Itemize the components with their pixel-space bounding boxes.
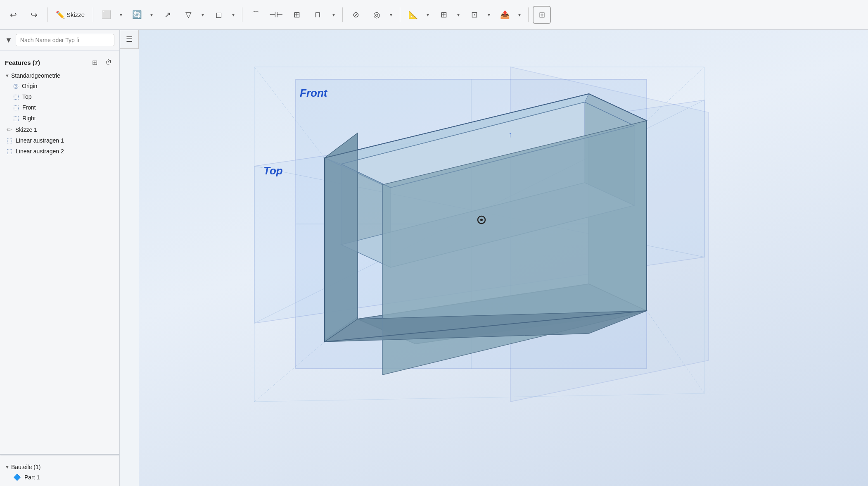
- svg-line-24: [391, 126, 634, 188]
- origin-dot-center: [480, 219, 483, 221]
- tree-item-sketch1[interactable]: ✏ Skizze 1: [0, 124, 119, 135]
- tree-item-linear1[interactable]: ⬚ Linear austragen 1: [0, 135, 119, 146]
- extrude-button[interactable]: ⬜: [97, 6, 116, 24]
- tree-item-right[interactable]: ⬚ Right: [0, 113, 119, 124]
- loft-button[interactable]: ▽: [179, 6, 197, 24]
- tree-item-top[interactable]: ⬚ Top: [0, 91, 119, 102]
- search-input[interactable]: [16, 34, 114, 46]
- linear2-label: Linear austragen 2: [16, 148, 64, 155]
- parts-expand-icon: ▼: [5, 465, 9, 469]
- standard-geometry-header[interactable]: ▼ Standardgeometrie: [0, 71, 119, 81]
- svg-marker-1: [254, 100, 704, 323]
- top-label: Top: [22, 93, 32, 100]
- model-bottom-face: [358, 284, 647, 344]
- viewport-3d[interactable]: ↑ Front Top: [139, 30, 868, 486]
- top-axis-label: Top: [263, 164, 283, 177]
- history-button[interactable]: ⏱: [103, 57, 114, 68]
- front-label: Front: [22, 104, 36, 111]
- sketch-label: Skizze: [66, 11, 85, 18]
- svg-marker-0: [296, 79, 647, 369]
- svg-line-35: [254, 393, 704, 402]
- features-section: Features (7) ⊞ ⏱ ▼ Standardgeometrie ◎ O…: [0, 51, 119, 450]
- extrude-dropdown[interactable]: ▾: [116, 6, 126, 24]
- features-actions: ⊞ ⏱: [89, 57, 114, 68]
- svg-text:↑: ↑: [508, 131, 512, 139]
- filter-icon[interactable]: ▼: [5, 36, 12, 45]
- svg-line-18: [589, 94, 647, 121]
- svg-line-25: [325, 158, 382, 185]
- shell-group: ◻ ▾: [210, 6, 238, 24]
- toolbar: ↩ ↪ ✏️ Skizze ⬜ ▾ 🔄 ▾ ↗ ▽ ▾ ◻ ▾ ⌒ ⊣⊢ ⊞ ⊓…: [0, 0, 868, 30]
- boolean-button[interactable]: ⊓: [308, 6, 327, 24]
- part1-label: Part 1: [24, 474, 40, 481]
- svg-marker-9: [585, 94, 647, 126]
- tree-item-linear2[interactable]: ⬚ Linear austragen 2: [0, 146, 119, 157]
- revolve-group: 🔄 ▾: [128, 6, 156, 24]
- origin-icon: ◎: [13, 82, 19, 90]
- measure-group: 📐 ▾: [404, 6, 432, 24]
- section-button[interactable]: ⊘: [347, 6, 365, 24]
- sweep-button[interactable]: ↗: [159, 6, 177, 24]
- export-dropdown[interactable]: ▾: [515, 6, 524, 24]
- add-feature-button[interactable]: ⊞: [89, 57, 100, 68]
- assembly-button[interactable]: ⊡: [465, 6, 484, 24]
- assembly-dropdown[interactable]: ▾: [484, 6, 493, 24]
- model-scene: ↑ Front Top: [139, 30, 868, 486]
- svg-line-6: [254, 100, 704, 323]
- plane-right-icon: ⬚: [13, 114, 19, 122]
- sketch-icon: ✏: [7, 126, 12, 133]
- loft-group: ▽ ▾: [179, 6, 207, 24]
- svg-marker-13: [325, 133, 358, 342]
- export-group: 📤 ▾: [496, 6, 524, 24]
- left-panel: ▼ Features (7) ⊞ ⏱ ▼ Standardgeometrie ◎…: [0, 30, 120, 486]
- tree-item-front[interactable]: ⬚ Front: [0, 102, 119, 113]
- svg-line-22: [585, 102, 634, 126]
- toolbar-separator-1: [47, 7, 47, 22]
- fillet-button[interactable]: ⌒: [247, 6, 265, 24]
- right-plane: [510, 67, 709, 402]
- measure-button[interactable]: 📐: [404, 6, 422, 24]
- shell-button[interactable]: ◻: [210, 6, 228, 24]
- sketch-button[interactable]: ✏️ Skizze: [52, 8, 89, 22]
- redo-button[interactable]: ↪: [25, 6, 43, 24]
- undo-button[interactable]: ↩: [4, 6, 22, 24]
- right-label: Right: [22, 115, 36, 122]
- parts-title: Bauteile (1): [11, 464, 41, 470]
- svg-marker-14: [382, 121, 647, 375]
- plane-front-icon: ⬚: [13, 104, 19, 111]
- features-title: Features (7): [5, 59, 40, 66]
- export-button[interactable]: 📤: [496, 6, 514, 24]
- pattern-button[interactable]: ⊞: [288, 6, 306, 24]
- shell-dropdown[interactable]: ▾: [229, 6, 238, 24]
- tree-item-part1[interactable]: 🔷 Part 1: [0, 472, 119, 483]
- display-button[interactable]: ◎: [368, 6, 386, 24]
- model-top-face: [325, 94, 647, 185]
- display-dropdown[interactable]: ▾: [387, 6, 396, 24]
- revolve-dropdown[interactable]: ▾: [147, 6, 156, 24]
- svg-marker-12: [585, 102, 634, 205]
- assembly-group: ⊡ ▾: [465, 6, 493, 24]
- linear1-icon: ⬚: [7, 137, 12, 144]
- svg-line-28: [254, 67, 325, 158]
- tree-item-origin[interactable]: ◎ Origin: [0, 81, 119, 91]
- boolean-dropdown[interactable]: ▾: [329, 6, 338, 24]
- measure-dropdown[interactable]: ▾: [423, 6, 432, 24]
- part1-icon: 🔷: [13, 474, 21, 481]
- planes-button[interactable]: ⊞: [435, 6, 453, 24]
- origin-label: Origin: [22, 83, 37, 89]
- svg-line-19: [325, 311, 647, 342]
- planes-dropdown[interactable]: ▾: [454, 6, 463, 24]
- view-group: ◎ ▾: [368, 6, 396, 24]
- search-bar: ▼: [0, 30, 119, 51]
- svg-marker-15: [325, 311, 647, 342]
- viewport-panel-button[interactable]: ☰: [120, 30, 139, 49]
- revolve-button[interactable]: 🔄: [128, 6, 146, 24]
- model-left-side: [325, 133, 358, 342]
- parts-header[interactable]: ▼ Bauteile (1): [0, 462, 119, 472]
- svg-marker-7: [325, 317, 358, 342]
- linear1-label: Linear austragen 1: [16, 137, 64, 144]
- fit-view-button[interactable]: ⊞: [533, 6, 551, 24]
- top-plane: [254, 100, 704, 323]
- mirror-button[interactable]: ⊣⊢: [267, 6, 285, 24]
- loft-dropdown[interactable]: ▾: [198, 6, 207, 24]
